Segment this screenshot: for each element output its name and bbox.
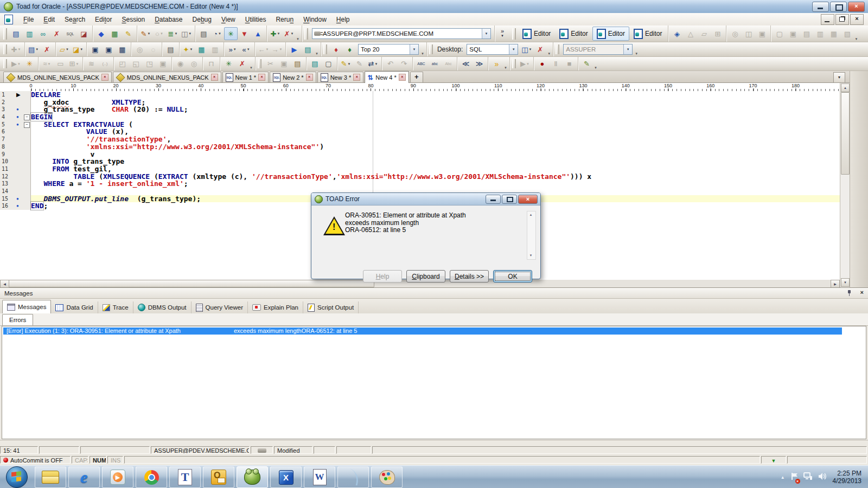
connection-more-icon[interactable]: ▼ <box>296 37 299 41</box>
menu-database[interactable]: Database <box>150 14 187 25</box>
format-tools-icon[interactable]: ✎▼ <box>139 27 152 40</box>
tab-new-2-[interactable]: New 2 *× <box>270 72 316 82</box>
indent-icon[interactable]: ≪ <box>459 57 473 70</box>
menu-debug[interactable]: Debug <box>188 14 216 25</box>
data-cleanup-icon[interactable]: ◫▼ <box>180 27 193 40</box>
debug-bug-icon[interactable]: ✳ <box>224 27 238 40</box>
describe-object-icon[interactable]: ▤ <box>301 43 315 56</box>
new-sql-file-icon[interactable]: ▤▼ <box>27 43 40 56</box>
toad-icon[interactable] <box>237 466 268 488</box>
menu-help[interactable]: Help <box>331 14 355 25</box>
horizontal-scroll-thumb[interactable] <box>9 280 374 287</box>
outlook-icon[interactable] <box>203 466 234 488</box>
new-connection-icon[interactable]: ✚▼ <box>269 27 282 40</box>
menu-rerun[interactable]: Rerun <box>271 14 298 25</box>
tab-close-icon[interactable]: × <box>258 74 265 81</box>
dock-tab-explain-plan[interactable]: Explain Plan <box>248 301 303 313</box>
stop-profiling-icon[interactable]: ✗ <box>235 57 249 70</box>
script-manager-icon[interactable]: ◪ <box>77 27 91 40</box>
ok-button[interactable]: OK <box>493 270 532 282</box>
close-button[interactable]: × <box>848 2 865 12</box>
top-n-combo-dropdown-icon[interactable]: ▼ <box>410 44 418 54</box>
quest-central-icon[interactable]: ◆ <box>94 27 108 40</box>
find-replace-icon[interactable]: ⇄▼ <box>366 57 380 70</box>
files-more-icon[interactable]: ▼ <box>854 37 858 41</box>
tab-close-icon[interactable]: × <box>399 74 406 81</box>
toolbar-grip[interactable] <box>512 59 516 69</box>
pin-icon[interactable] <box>845 290 853 297</box>
desktop-more-icon[interactable]: ▼ <box>547 52 551 55</box>
menu-edit[interactable]: Edit <box>39 14 60 25</box>
save-all-icon[interactable]: ▦ <box>116 43 129 56</box>
toggle-profiling-icon[interactable]: ✳ <box>222 57 235 70</box>
connection-combo[interactable]: ASSUPER@PRPT.MEDSCHEME.COM▼ <box>312 28 491 39</box>
menu-file[interactable]: File <box>18 14 39 25</box>
load-from-database-icon[interactable]: ◪▼ <box>71 43 85 56</box>
code-analysis-icon[interactable]: ▦ <box>195 43 208 56</box>
jump-to-statement-icon[interactable]: ▶ <box>288 43 301 56</box>
dialog-minimize-button[interactable] <box>486 195 501 204</box>
clipboard-button[interactable]: Clipboard <box>406 270 445 282</box>
menu-utilities[interactable]: Utilities <box>240 14 271 25</box>
editor-window-1-button[interactable]: Editor <box>518 27 555 41</box>
fold-collapse-icon[interactable]: − <box>24 122 30 128</box>
taskbar-clock[interactable]: 2:25 PM 4/29/2013 <box>833 470 861 485</box>
new-tab-button[interactable]: + <box>410 72 423 82</box>
tab-list-dropdown-button[interactable]: ▼ <box>833 72 845 83</box>
execute-more-icon[interactable]: ▼ <box>421 52 424 55</box>
toolbar-grip[interactable] <box>556 44 559 54</box>
dock-tab-trace[interactable]: Trace <box>98 301 133 313</box>
desktop-combo-dropdown-icon[interactable]: ▼ <box>509 44 518 54</box>
dock-tab-messages[interactable]: Messages <box>2 300 51 313</box>
save-desktop-icon[interactable]: ◫▼ <box>520 43 533 56</box>
print-icon[interactable]: ▤ <box>164 43 177 56</box>
dialog-scroll-up-icon[interactable]: ▲ <box>527 211 534 219</box>
tab-close-icon[interactable]: × <box>306 74 313 81</box>
session-browser-icon[interactable]: ∞ <box>36 27 50 40</box>
code-settings-icon[interactable]: ◈ <box>670 27 684 40</box>
scroll-right-button[interactable]: ▶ <box>831 280 840 288</box>
menu-editor[interactable]: Editor <box>90 14 117 25</box>
menu-window[interactable]: Window <box>298 14 331 25</box>
print-database-icon[interactable]: ▤ <box>197 27 210 40</box>
textpad-icon[interactable] <box>169 466 201 488</box>
toolbar-overflow-button[interactable]: »▼ <box>497 29 507 38</box>
tab-errors[interactable]: Errors <box>2 314 33 325</box>
editor-window-4-button[interactable]: Editor <box>629 27 666 41</box>
schema-browser-icon[interactable]: ▥ <box>23 27 36 40</box>
playback-more-icon[interactable]: ▼ <box>504 66 507 69</box>
details-button[interactable]: Details >> <box>450 270 489 282</box>
save-icon[interactable]: ▣ <box>88 43 102 56</box>
paint-icon[interactable] <box>371 466 403 488</box>
playback-fast-icon[interactable]: » <box>490 57 503 70</box>
network-icon[interactable] <box>803 472 813 482</box>
execute-as-script-icon[interactable]: ♦ <box>343 43 356 56</box>
desktop-combo[interactable]: SQL▼ <box>467 44 518 55</box>
word-icon[interactable] <box>304 466 335 488</box>
spool-output-icon[interactable]: ✦▼ <box>181 43 195 56</box>
toolbar-grip[interactable] <box>323 44 327 54</box>
dock-tab-data-grid[interactable]: Data Grid <box>51 301 98 313</box>
editor-vertical-scrollbar[interactable]: ▲ ▼ <box>840 83 850 287</box>
tab-new-1-[interactable]: New 1 *× <box>222 72 269 82</box>
macro-editor-icon[interactable]: ✎ <box>580 57 593 70</box>
knowledge-xpert-icon[interactable]: ✎ <box>122 27 135 40</box>
tab-mds-online-nexus-pack[interactable]: MDS_ONLINE_NEXUS_PACK× <box>3 72 112 82</box>
dialog-close-button[interactable]: × <box>518 195 538 204</box>
top-n-combo[interactable]: Top 20▼ <box>358 44 419 55</box>
commit-icon[interactable]: ▼ <box>238 27 251 40</box>
menu-view[interactable]: View <box>216 14 240 25</box>
maximize-button[interactable] <box>830 2 847 12</box>
open-editor-icon[interactable]: ▤ <box>9 27 23 40</box>
spell-check-icon[interactable]: ABC <box>414 57 428 70</box>
tab-mds-online-nexus-pack[interactable]: MDS_ONLINE_NEXUS_PACK× <box>113 72 221 82</box>
lowercase-icon[interactable]: abc <box>428 57 442 70</box>
xml-editor-icon[interactable] <box>270 466 302 488</box>
chrome-icon[interactable] <box>136 466 167 488</box>
profiling-more-icon[interactable]: ▼ <box>250 66 253 69</box>
editor-window-3-button[interactable]: Editor <box>592 27 629 41</box>
dock-tab-query-viewer[interactable]: Query Viewer <box>192 301 248 313</box>
toolbar-grip[interactable] <box>258 59 261 69</box>
send-to-editor-icon[interactable]: »▼ <box>226 43 239 56</box>
tab-close-icon[interactable]: × <box>101 74 108 81</box>
